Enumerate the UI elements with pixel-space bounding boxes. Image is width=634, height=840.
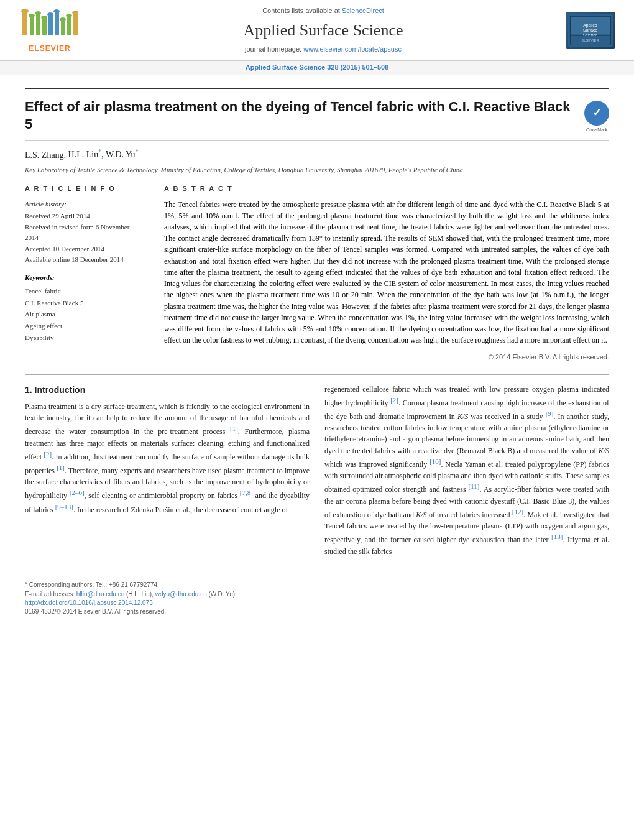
svg-point-11 xyxy=(29,14,35,17)
ref-4[interactable]: [2–6] xyxy=(70,489,85,496)
page-wrapper: ELSEVIER Contents lists available at Sci… xyxy=(0,0,634,629)
svg-point-17 xyxy=(66,14,72,17)
homepage-link[interactable]: www.elsevier.com/locate/apsusc xyxy=(303,45,402,53)
article-content: Effect of air plasma treatment on the dy… xyxy=(0,75,634,629)
svg-point-14 xyxy=(47,12,53,16)
header-center: Contents lists available at ScienceDirec… xyxy=(87,6,559,55)
journal-homepage-line: journal homepage: www.elsevier.com/locat… xyxy=(99,45,547,55)
elsevier-tree-icon xyxy=(17,8,83,39)
svg-text:ELSEVIER: ELSEVIER xyxy=(581,39,599,43)
footnote-email: E-mail addresses: hlliu@dhu.edu.cn (H.L.… xyxy=(25,589,609,599)
copyright-line: © 2014 Elsevier B.V. All rights reserved… xyxy=(164,353,609,362)
email-link-liu[interactable]: hlliu@dhu.edu.cn xyxy=(76,591,124,598)
ref-3[interactable]: [1] xyxy=(57,464,65,471)
article-title-section: Effect of air plasma treatment on the dy… xyxy=(25,88,609,141)
journal-reference: Applied Surface Science 328 (2015) 501–5… xyxy=(246,63,389,71)
svg-rect-9 xyxy=(73,12,78,35)
affiliation-line: Key Laboratory of Textile Science & Tech… xyxy=(25,165,609,175)
abstract-heading: A B S T R A C T xyxy=(164,184,609,194)
email-link-yu[interactable]: wdyu@dhu.edu.cn xyxy=(155,591,207,598)
ref-6[interactable]: [9–13] xyxy=(55,503,73,510)
history-label: Article history: xyxy=(25,199,139,210)
received-date: Received 29 April 2014 xyxy=(25,212,90,219)
svg-point-12 xyxy=(35,11,41,15)
ref-9[interactable]: [10] xyxy=(430,458,441,465)
crossmark-logo: ✓ CrossMark xyxy=(584,101,609,126)
intro-paragraph-left: Plasma treatment is a dry surface treatm… xyxy=(25,401,310,515)
article-info-abstract: A R T I C L E I N F O Article history: R… xyxy=(25,184,609,362)
footer-issn: 0169-4332/© 2014 Elsevier B.V. All right… xyxy=(25,607,609,617)
keywords-label: Keywords: xyxy=(25,273,139,283)
svg-point-13 xyxy=(41,16,47,19)
article-info-heading: A R T I C L E I N F O xyxy=(25,184,139,194)
doi-link[interactable]: http://dx.doi.org/10.1016/j.apsusc.2014.… xyxy=(25,599,153,606)
svg-rect-5 xyxy=(48,14,53,35)
intro-paragraph-right: regenerated cellulose fabric which was t… xyxy=(324,384,609,557)
available-date: Available online 18 December 2014 xyxy=(25,256,124,263)
svg-rect-4 xyxy=(42,17,47,35)
article-history: Article history: Received 29 April 2014 … xyxy=(25,199,139,266)
ref-11[interactable]: [12] xyxy=(512,508,523,515)
elsevier-wordmark: ELSEVIER xyxy=(29,44,70,54)
svg-point-10 xyxy=(21,9,29,14)
crossmark-label: CrossMark xyxy=(584,127,609,133)
article-footer: * Corresponding authors. Tel.: +86 21 67… xyxy=(25,575,609,617)
revised-date: Received in revised form 6 November 2014 xyxy=(25,223,129,242)
svg-rect-8 xyxy=(67,16,71,35)
body-left-column: 1. Introduction Plasma treatment is a dr… xyxy=(25,384,310,562)
ref-2[interactable]: [2] xyxy=(44,450,52,458)
ref-8[interactable]: [9] xyxy=(546,410,554,417)
abstract-column: A B S T R A C T The Tencel fabrics were … xyxy=(164,184,609,362)
footnote-corresponding: * Corresponding authors. Tel.: +86 21 67… xyxy=(25,580,609,589)
svg-text:Surface: Surface xyxy=(583,28,597,32)
journal-logo-box: Applied Surface Science ELSEVIER xyxy=(566,12,615,49)
footer-doi: http://dx.doi.org/10.1016/j.apsusc.2014.… xyxy=(25,599,609,608)
elsevier-logo xyxy=(16,7,84,41)
journal-logo-area: Applied Surface Science ELSEVIER xyxy=(559,12,622,49)
crossmark-icon: ✓ xyxy=(584,101,609,126)
section-separator xyxy=(25,374,609,375)
keyword-4: Ageing effect xyxy=(25,320,139,332)
ref-12[interactable]: [13] xyxy=(551,533,563,540)
svg-rect-6 xyxy=(55,11,59,35)
article-info-column: A R T I C L E I N F O Article history: R… xyxy=(25,184,149,362)
abstract-text: The Tencel fabrics were treated by the a… xyxy=(164,199,609,346)
author-liu: H.L. Liu*, xyxy=(68,150,106,159)
author-yu: W.D. Yu* xyxy=(106,150,139,159)
body-content: 1. Introduction Plasma treatment is a dr… xyxy=(25,384,609,562)
body-right-column: regenerated cellulose fabric which was t… xyxy=(324,384,609,562)
article-title: Effect of air plasma treatment on the dy… xyxy=(25,98,584,134)
ref-5[interactable]: [7,8] xyxy=(240,489,253,496)
journal-header: ELSEVIER Contents lists available at Sci… xyxy=(0,0,634,61)
svg-point-16 xyxy=(60,17,66,21)
svg-rect-1 xyxy=(22,11,27,35)
elsevier-logo-area: ELSEVIER xyxy=(12,7,87,54)
keyword-2: C.I. Reactive Black 5 xyxy=(25,297,139,309)
section-1-title: 1. Introduction xyxy=(25,384,310,396)
keyword-3: Air plasma xyxy=(25,308,139,320)
keywords-section: Keywords: Tencel fabric C.I. Reactive Bl… xyxy=(25,273,139,343)
svg-point-18 xyxy=(72,11,78,14)
ref-7[interactable]: [2] xyxy=(390,396,398,404)
svg-rect-3 xyxy=(36,13,40,35)
svg-point-15 xyxy=(53,9,60,13)
svg-rect-2 xyxy=(30,16,34,35)
journal-info-bar: Applied Surface Science 328 (2015) 501–5… xyxy=(0,61,634,75)
ref-10[interactable]: [11] xyxy=(469,482,480,490)
journal-cover-icon: Applied Surface Science ELSEVIER xyxy=(568,13,613,47)
journal-title-header: Applied Surface Science xyxy=(99,19,547,42)
ref-1[interactable]: [1] xyxy=(230,425,238,432)
accepted-date: Accepted 10 December 2014 xyxy=(25,245,104,252)
author-zhang: L.S. Zhang, xyxy=(25,150,68,159)
svg-rect-7 xyxy=(61,19,65,35)
keyword-1: Tencel fabric xyxy=(25,285,139,297)
authors-line: L.S. Zhang, H.L. Liu*, W.D. Yu* xyxy=(25,148,609,162)
sciencedirect-line: Contents lists available at ScienceDirec… xyxy=(99,6,547,16)
keyword-5: Dyeability xyxy=(25,332,139,344)
sciencedirect-link[interactable]: ScienceDirect xyxy=(342,7,384,14)
